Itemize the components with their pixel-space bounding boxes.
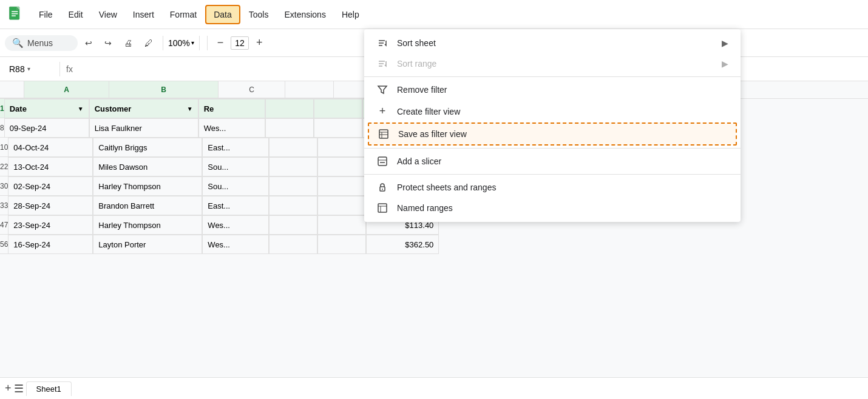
row-header-33[interactable]: 33 <box>0 196 8 215</box>
undo-icon: ↩ <box>85 38 92 48</box>
cell-reference[interactable]: R88 ▾ <box>5 62 53 76</box>
cell-c56[interactable]: Wes... <box>202 235 269 254</box>
col-header-b[interactable]: B <box>109 81 219 98</box>
redo-icon: ↪ <box>104 38 112 48</box>
dropdown-item-add-slicer[interactable]: Add a slicer <box>364 151 741 172</box>
menu-data[interactable]: Data <box>205 5 240 24</box>
dropdown-item-save-filter-view[interactable]: Save as filter view <box>368 122 737 146</box>
add-sheet-button[interactable]: + <box>5 382 12 395</box>
search-box[interactable]: 🔍 Menus <box>5 35 78 51</box>
search-label: Menus <box>27 38 53 48</box>
cell-d47[interactable] <box>269 215 317 235</box>
cell-a33[interactable]: 28-Sep-24 <box>8 196 93 215</box>
cell-c8[interactable]: Wes... <box>198 118 265 138</box>
data-dropdown-menu: Sort sheet ▶ Sort range ▶ Remove filter … <box>364 29 741 222</box>
cell-c10[interactable]: East... <box>202 138 269 157</box>
cell-b33[interactable]: Brandon Barrett <box>93 196 202 215</box>
cell-b1[interactable]: Customer ▼ <box>89 99 198 118</box>
menu-bar: File Edit View Insert Format Data Tools … <box>0 0 868 29</box>
app-icon <box>5 4 27 25</box>
minus-zoom-button[interactable]: − <box>212 34 229 52</box>
undo-button[interactable]: ↩ <box>80 36 97 50</box>
protect-sheets-icon <box>376 182 388 193</box>
cell-e1[interactable] <box>314 99 362 118</box>
col-header-a[interactable]: A <box>24 81 109 98</box>
toolbar-divider-3 <box>207 36 208 50</box>
cell-e8[interactable] <box>314 118 362 138</box>
cell-b47[interactable]: Harley Thompson <box>93 215 202 235</box>
cell-a10[interactable]: 04-Oct-24 <box>8 138 93 157</box>
cell-b56[interactable]: Layton Porter <box>93 235 202 254</box>
cell-b30[interactable]: Harley Thompson <box>93 176 202 196</box>
font-size-box[interactable]: 12 <box>231 36 249 50</box>
menu-insert[interactable]: Insert <box>126 6 161 23</box>
cell-e33[interactable] <box>317 196 366 215</box>
row-header-30[interactable]: 30 <box>0 176 8 196</box>
cell-d56[interactable] <box>269 235 317 254</box>
cell-a22[interactable]: 13-Oct-24 <box>8 157 93 176</box>
zoom-box[interactable]: 100% ▾ <box>168 38 194 48</box>
cell-e47[interactable] <box>317 215 366 235</box>
row-header-47[interactable]: 47 <box>0 215 8 235</box>
remove-filter-label: Remove filter <box>397 85 728 95</box>
cell-a56[interactable]: 16-Sep-24 <box>8 235 93 254</box>
cell-d1[interactable] <box>265 99 314 118</box>
row-header-1[interactable]: 1 <box>0 99 4 118</box>
cell-f56[interactable]: $362.50 <box>366 235 439 254</box>
cell-d8[interactable] <box>265 118 314 138</box>
cell-a1[interactable]: Date ▼ <box>4 99 89 118</box>
cell-b8[interactable]: Lisa Faulkner <box>89 118 198 138</box>
row-header-8[interactable]: 8 <box>0 118 4 138</box>
menu-help[interactable]: Help <box>334 6 367 23</box>
cell-c33[interactable]: East... <box>202 196 269 215</box>
print-button[interactable]: 🖨 <box>119 36 137 50</box>
cell-d33[interactable] <box>269 196 317 215</box>
cell-e10[interactable] <box>317 138 366 157</box>
fx-label: fx <box>66 64 73 74</box>
cell-d30[interactable] <box>269 176 317 196</box>
menu-format[interactable]: Format <box>163 6 204 23</box>
cell-b22[interactable]: Miles Dawson <box>93 157 202 176</box>
dropdown-item-create-filter-view[interactable]: + Create filter view <box>364 100 741 122</box>
col-header-d[interactable] <box>285 81 334 98</box>
menu-tools[interactable]: Tools <box>242 6 276 23</box>
cell-e56[interactable] <box>317 235 366 254</box>
cell-a8[interactable]: 09-Sep-24 <box>4 118 89 138</box>
remove-filter-icon <box>376 84 388 95</box>
toolbar-divider-2 <box>199 36 200 50</box>
menu-edit[interactable]: Edit <box>61 6 90 23</box>
col-header-c[interactable]: C <box>219 81 285 98</box>
menu-extensions[interactable]: Extensions <box>277 6 333 23</box>
cell-c47[interactable]: Wes... <box>202 215 269 235</box>
print-icon: 🖨 <box>124 38 132 48</box>
row-header-10[interactable]: 10 <box>0 138 8 157</box>
cell-d10[interactable] <box>269 138 317 157</box>
redo-button[interactable]: ↪ <box>100 36 117 50</box>
svg-rect-12 <box>379 130 388 138</box>
paint-format-button[interactable]: 🖊 <box>140 36 158 50</box>
row-header-56[interactable]: 56 <box>0 235 8 254</box>
svg-rect-2 <box>12 11 18 12</box>
plus-zoom-button[interactable]: + <box>251 34 268 52</box>
svg-point-20 <box>382 189 383 190</box>
cell-e30[interactable] <box>317 176 366 196</box>
dropdown-item-sort-range[interactable]: Sort range ▶ <box>364 53 741 74</box>
cell-a47[interactable]: 23-Sep-24 <box>8 215 93 235</box>
cell-c22[interactable]: Sou... <box>202 157 269 176</box>
sheets-menu-button[interactable]: ☰ <box>14 382 24 395</box>
cell-a30[interactable]: 02-Sep-24 <box>8 176 93 196</box>
cell-e22[interactable] <box>317 157 366 176</box>
cell-c1[interactable]: Re <box>198 99 265 118</box>
row-header-22[interactable]: 22 <box>0 157 8 176</box>
cell-b10[interactable]: Caitlyn Briggs <box>93 138 202 157</box>
dropdown-item-named-ranges[interactable]: Named ranges <box>364 198 741 218</box>
menu-view[interactable]: View <box>92 6 124 23</box>
dropdown-item-sort-sheet[interactable]: Sort sheet ▶ <box>364 33 741 53</box>
sort-range-chevron: ▶ <box>722 59 728 69</box>
dropdown-item-remove-filter[interactable]: Remove filter <box>364 79 741 100</box>
sheet-tab-active[interactable]: Sheet1 <box>26 381 72 396</box>
dropdown-item-protect-sheets[interactable]: Protect sheets and ranges <box>364 177 741 198</box>
menu-file[interactable]: File <box>32 6 60 23</box>
cell-d22[interactable] <box>269 157 317 176</box>
cell-c30[interactable]: Sou... <box>202 176 269 196</box>
